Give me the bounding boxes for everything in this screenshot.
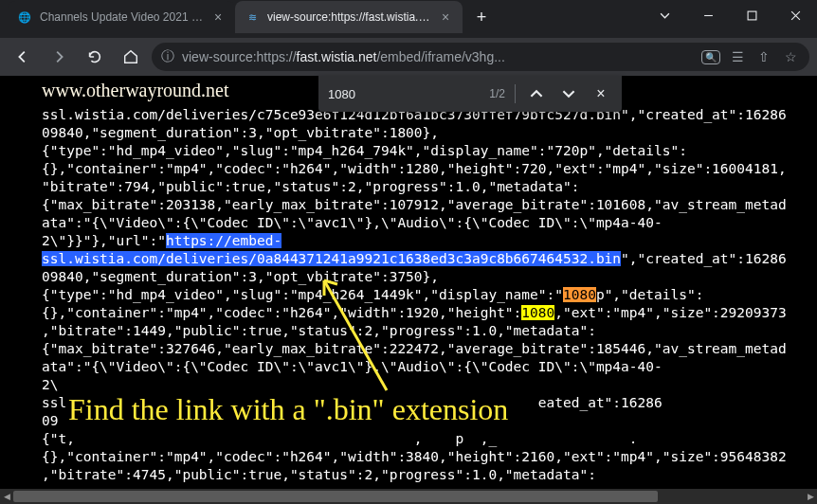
window-titlebar: 🌐 Channels Update Video 2021 - RI × ≋ vi…: [0, 0, 817, 38]
reload-button[interactable]: [80, 42, 110, 72]
forward-button[interactable]: [44, 42, 74, 72]
minimize-button[interactable]: [686, 0, 730, 30]
url-text: view-source:https://fast.wistia.net/embe…: [182, 49, 694, 64]
find-match-active: 1080: [563, 287, 596, 302]
chevron-down-icon[interactable]: [643, 0, 686, 30]
zoom-icon[interactable]: 🔍: [701, 47, 720, 66]
separator: [515, 84, 516, 103]
close-icon[interactable]: ×: [210, 9, 226, 25]
find-next-button[interactable]: [557, 82, 580, 105]
wistia-icon: ≋: [245, 9, 260, 25]
window-controls: [643, 0, 817, 30]
home-button[interactable]: [116, 42, 146, 72]
close-window-button[interactable]: [773, 0, 817, 30]
browser-toolbar: ⓘ view-source:https://fast.wistia.net/em…: [0, 38, 817, 76]
watermark-text: www.otherwayround.net: [42, 80, 229, 101]
share-icon[interactable]: ⇧: [754, 47, 773, 66]
scroll-right-arrow[interactable]: ▶: [804, 489, 817, 504]
address-bar[interactable]: ⓘ view-source:https://fast.wistia.net/em…: [152, 43, 809, 71]
site-info-icon[interactable]: ⓘ: [161, 48, 174, 65]
globe-icon: 🌐: [17, 9, 32, 25]
scroll-left-arrow[interactable]: ◀: [0, 489, 13, 504]
annotation-text: Find the link with a ".bin" extension: [68, 392, 508, 427]
horizontal-scrollbar[interactable]: ◀ ▶: [0, 489, 817, 504]
back-button[interactable]: [8, 42, 38, 72]
maximize-button[interactable]: [730, 0, 773, 30]
tabs-area: 🌐 Channels Update Video 2021 - RI × ≋ vi…: [0, 0, 643, 34]
new-tab-button[interactable]: +: [468, 4, 495, 30]
svg-rect-0: [748, 11, 756, 20]
reader-icon[interactable]: ☰: [728, 47, 747, 66]
close-icon[interactable]: ×: [438, 9, 453, 25]
tab-channels-update[interactable]: 🌐 Channels Update Video 2021 - RI ×: [8, 1, 235, 33]
tab-view-source[interactable]: ≋ view-source:https://fast.wistia.ne ×: [235, 1, 463, 33]
star-icon[interactable]: ☆: [781, 47, 800, 66]
find-match: 1080: [521, 305, 554, 320]
tab-title: Channels Update Video 2021 - RI: [40, 10, 203, 24]
find-input[interactable]: [328, 87, 442, 101]
find-count: 1/2: [489, 87, 505, 100]
tab-title: view-source:https://fast.wistia.ne: [267, 10, 430, 24]
find-in-page-bar: 1/2 ×: [318, 76, 622, 112]
selected-url: https://embed-: [166, 233, 281, 248]
scrollbar-thumb[interactable]: [13, 491, 658, 502]
find-close-button[interactable]: ×: [590, 82, 612, 105]
find-prev-button[interactable]: [525, 82, 548, 105]
